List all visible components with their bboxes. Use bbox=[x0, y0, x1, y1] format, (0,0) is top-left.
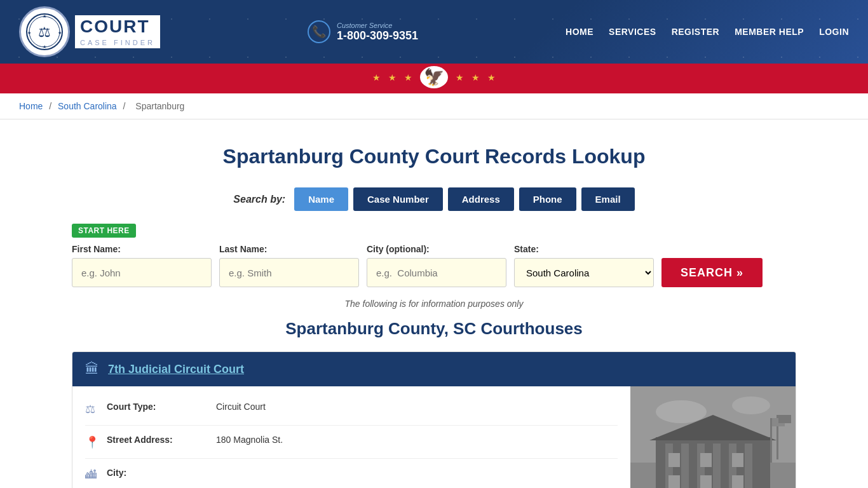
courthouse-info: ⚖ Court Type: Circuit Court 📍 Street Add… bbox=[72, 386, 630, 488]
breadcrumb-home[interactable]: Home bbox=[19, 101, 43, 111]
city-row: 🏙 City: bbox=[85, 459, 618, 488]
first-name-label: First Name: bbox=[72, 244, 212, 254]
gavel-icon: ⚖ bbox=[85, 402, 99, 416]
svg-rect-13 bbox=[681, 444, 689, 488]
city-row-label: City: bbox=[107, 468, 208, 478]
last-name-group: Last Name: bbox=[219, 244, 359, 287]
page-title: Spartanburg County Court Records Lookup bbox=[72, 145, 796, 168]
courthouse-body: ⚖ Court Type: Circuit Court 📍 Street Add… bbox=[72, 386, 796, 488]
cs-phone: 1-800-309-9351 bbox=[337, 29, 418, 42]
street-value: 180 Magnolia St. bbox=[216, 435, 283, 445]
search-by-row: Search by: Name Case Number Address Phon… bbox=[72, 187, 796, 211]
svg-rect-25 bbox=[700, 475, 712, 488]
info-notice: The following is for information purpose… bbox=[72, 299, 796, 309]
tab-email[interactable]: Email bbox=[581, 187, 635, 211]
courthouse-header: 🏛 7th Judicial Circuit Court bbox=[72, 352, 796, 386]
last-name-input[interactable] bbox=[219, 258, 359, 287]
logo-finder-text: CASE FINDER bbox=[75, 38, 160, 48]
svg-rect-31 bbox=[778, 415, 791, 423]
courthouse-image bbox=[630, 386, 796, 488]
court-type-row: ⚖ Court Type: Circuit Court bbox=[85, 393, 618, 426]
tab-name[interactable]: Name bbox=[294, 187, 348, 211]
logo-circle: ★ ★ ★ ★ ⚖ bbox=[19, 6, 70, 57]
state-label: State: bbox=[514, 244, 654, 254]
svg-rect-22 bbox=[700, 453, 712, 467]
breadcrumb-state[interactable]: South Carolina bbox=[58, 101, 117, 111]
court-type-value: Circuit Court bbox=[216, 402, 266, 412]
nav-login[interactable]: LOGIN bbox=[819, 27, 849, 37]
court-type-label: Court Type: bbox=[107, 402, 208, 412]
first-name-input[interactable] bbox=[72, 258, 212, 287]
svg-point-10 bbox=[732, 396, 770, 414]
nav-services[interactable]: SERVICES bbox=[609, 27, 656, 37]
logo-area: ★ ★ ★ ★ ⚖ COURT CASE FINDER bbox=[19, 6, 160, 57]
svg-rect-17 bbox=[745, 444, 752, 488]
tab-phone[interactable]: Phone bbox=[519, 187, 576, 211]
search-form: First Name: Last Name: City (optional): … bbox=[72, 244, 796, 287]
courthouse-name-link[interactable]: 7th Judicial Circuit Court bbox=[108, 363, 244, 376]
nav-home[interactable]: HOME bbox=[566, 27, 593, 37]
street-row: 📍 Street Address: 180 Magnolia St. bbox=[85, 426, 618, 459]
svg-rect-15 bbox=[713, 444, 721, 488]
last-name-label: Last Name: bbox=[219, 244, 359, 254]
courthouse-card: 🏛 7th Judicial Circuit Court ⚖ Court Typ… bbox=[72, 351, 796, 488]
main-content: Spartanburg County Court Records Lookup … bbox=[53, 119, 815, 488]
state-group: State: Alabama Alaska Arizona Arkansas C… bbox=[514, 244, 654, 287]
city-icon: 🏙 bbox=[85, 468, 99, 482]
site-header: ★ ★ ★ ★ ⚖ COURT CASE FINDER 📞 Customer S… bbox=[0, 0, 868, 93]
start-here-badge: START HERE bbox=[72, 224, 136, 238]
svg-rect-26 bbox=[732, 475, 743, 488]
search-button[interactable]: SEARCH » bbox=[661, 258, 763, 287]
phone-icon: 📞 bbox=[308, 20, 330, 43]
street-label: Street Address: bbox=[107, 435, 208, 445]
svg-text:★: ★ bbox=[43, 14, 46, 18]
svg-rect-24 bbox=[668, 475, 680, 488]
breadcrumb-sep-2: / bbox=[123, 101, 128, 111]
logo-court-text: COURT bbox=[75, 15, 160, 38]
svg-rect-21 bbox=[668, 453, 680, 467]
svg-rect-28 bbox=[770, 418, 772, 463]
courthouses-title: Spartanburg County, SC Courthouses bbox=[72, 319, 796, 339]
cs-text: Customer Service 1-800-309-9351 bbox=[337, 22, 418, 43]
city-input[interactable] bbox=[367, 258, 506, 287]
svg-point-9 bbox=[656, 400, 707, 423]
city-label: City (optional): bbox=[367, 244, 506, 254]
svg-text:★: ★ bbox=[27, 30, 31, 35]
tab-case-number[interactable]: Case Number bbox=[353, 187, 443, 211]
svg-text:★: ★ bbox=[43, 44, 46, 49]
cs-label: Customer Service bbox=[337, 22, 418, 29]
search-by-label: Search by: bbox=[233, 194, 285, 205]
nav-register[interactable]: REGISTER bbox=[672, 27, 720, 37]
location-icon: 📍 bbox=[85, 435, 99, 449]
courthouse-icon: 🏛 bbox=[85, 361, 99, 377]
svg-text:★: ★ bbox=[58, 30, 62, 35]
breadcrumb-county: Spartanburg bbox=[135, 101, 184, 111]
tab-address[interactable]: Address bbox=[448, 187, 514, 211]
first-name-group: First Name: bbox=[72, 244, 212, 287]
breadcrumb: Home / South Carolina / Spartanburg bbox=[0, 93, 868, 119]
svg-rect-23 bbox=[732, 453, 743, 467]
customer-service: 📞 Customer Service 1-800-309-9351 bbox=[308, 20, 418, 43]
breadcrumb-sep-1: / bbox=[49, 101, 54, 111]
main-nav: HOME SERVICES REGISTER MEMBER HELP LOGIN bbox=[566, 27, 849, 37]
nav-member-help[interactable]: MEMBER HELP bbox=[735, 27, 804, 37]
state-select[interactable]: Alabama Alaska Arizona Arkansas Californ… bbox=[514, 258, 654, 287]
logo-text: COURT CASE FINDER bbox=[75, 15, 160, 48]
city-group: City (optional): bbox=[367, 244, 506, 287]
svg-text:⚖: ⚖ bbox=[38, 24, 51, 40]
